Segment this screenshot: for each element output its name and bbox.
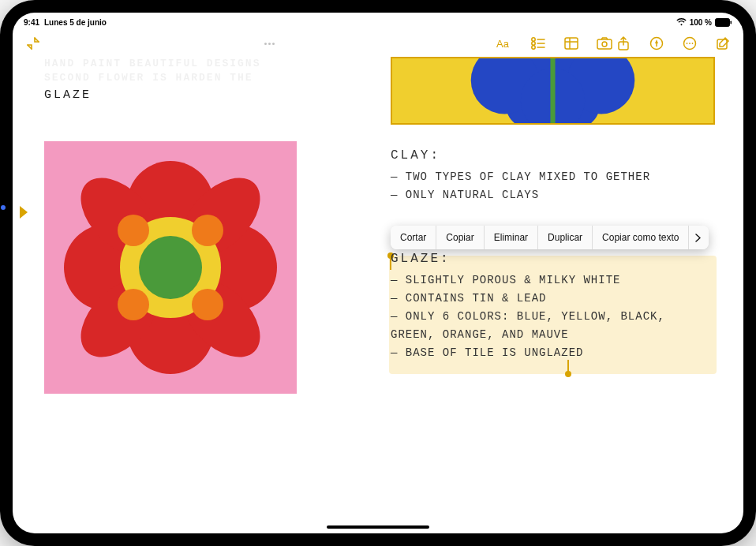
glaze-title: GLAZE: (391, 250, 715, 268)
screen: 9:41 Lunes 5 de junio 100 % (13, 13, 743, 533)
window-drag-icon[interactable] (264, 43, 275, 45)
status-bar: 9:41 Lunes 5 de junio 100 % (13, 13, 743, 30)
markup-icon[interactable] (647, 34, 666, 53)
handwritten-label-glaze: GLAZE (44, 88, 369, 102)
app-toolbar: Aa (13, 30, 743, 57)
collapse-icon[interactable] (24, 34, 43, 53)
svg-point-14 (689, 43, 691, 44)
context-menu-more[interactable] (689, 229, 709, 247)
drawing-flower-pink[interactable] (44, 141, 297, 394)
context-menu-copy[interactable]: Copiar (436, 226, 483, 249)
flower-svg (52, 149, 289, 386)
note-content: HAND PAINT BEAUTIFUL DESIGNS SECOND FLOW… (13, 57, 743, 533)
context-menu-copy-as-text[interactable]: Copiar como texto (593, 226, 688, 249)
home-indicator[interactable] (327, 525, 429, 529)
glaze-line: — SLIGHTLY POROUS & MILKY WHITE (391, 271, 715, 290)
svg-rect-7 (565, 38, 578, 49)
svg-point-28 (118, 289, 149, 320)
checklist-icon[interactable] (529, 34, 548, 53)
battery-icon (715, 18, 732, 27)
svg-point-4 (532, 38, 535, 41)
glaze-line: — CONTAINS TIN & LEAD (391, 290, 715, 308)
faded-text-line: SECOND FLOWER IS HARDEN THE (44, 71, 369, 85)
glaze-line: GREEN, ORANGE, AND MAUVE (391, 326, 715, 344)
faded-text-line: HAND PAINT BEAUTIFUL DESIGNS (44, 57, 369, 71)
svg-point-26 (118, 215, 149, 246)
drawing-tile-yellow[interactable] (391, 57, 715, 125)
share-icon[interactable] (614, 34, 633, 53)
selection-handle-end[interactable] (565, 371, 571, 377)
more-icon[interactable] (680, 34, 699, 53)
svg-text:Aa: Aa (496, 38, 510, 50)
svg-point-5 (532, 42, 535, 45)
svg-point-15 (692, 43, 694, 44)
context-menu-duplicate[interactable]: Duplicar (538, 226, 592, 249)
side-indicator-dot (1, 205, 6, 210)
clay-line: — ONLY NATURAL CLAYS (391, 186, 715, 204)
chevron-right-icon (695, 234, 701, 242)
status-time: 9:41 (24, 18, 39, 27)
svg-point-9 (602, 42, 607, 47)
glaze-line: — ONLY 6 COLORS: BLUE, YELLOW, BLACK, (391, 308, 715, 326)
left-column: HAND PAINT BEAUTIFUL DESIGNS SECOND FLOW… (44, 57, 369, 521)
right-column: CLAY: — TWO TYPES OF CLAY MIXED TO GETHE… (391, 57, 715, 521)
svg-rect-1 (717, 20, 728, 25)
svg-rect-8 (597, 39, 612, 49)
context-menu-delete[interactable]: Eliminar (485, 226, 537, 249)
svg-rect-2 (731, 21, 732, 24)
svg-point-13 (687, 43, 688, 44)
format-icon[interactable]: Aa (496, 34, 515, 53)
glaze-line: — BASE OF TILE IS UNGLAZED (391, 344, 715, 362)
clay-line: — TWO TYPES OF CLAY MIXED TO GETHER (391, 168, 715, 186)
svg-rect-34 (550, 58, 555, 123)
compose-icon[interactable] (713, 34, 732, 53)
handwriting-glaze-block[interactable]: GLAZE: — SLIGHTLY POROUS & MILKY WHITE —… (391, 250, 715, 362)
table-icon[interactable] (562, 34, 581, 53)
svg-point-6 (532, 46, 535, 49)
context-menu: Cortar Copiar Eliminar Duplicar Copiar c… (391, 226, 709, 249)
status-date: Lunes 5 de junio (44, 18, 107, 27)
camera-icon[interactable] (595, 34, 614, 53)
context-menu-cut[interactable]: Cortar (391, 226, 436, 249)
status-battery-text: 100 % (690, 18, 712, 27)
clay-title: CLAY: (391, 147, 715, 165)
ipad-device-frame: 9:41 Lunes 5 de junio 100 % (0, 0, 756, 546)
wifi-icon (676, 18, 687, 26)
svg-point-27 (192, 215, 223, 246)
blue-flower-partial (392, 58, 713, 123)
handwriting-clay-block[interactable]: CLAY: — TWO TYPES OF CLAY MIXED TO GETHE… (391, 147, 715, 204)
svg-point-30 (139, 236, 202, 299)
svg-point-29 (192, 289, 223, 320)
